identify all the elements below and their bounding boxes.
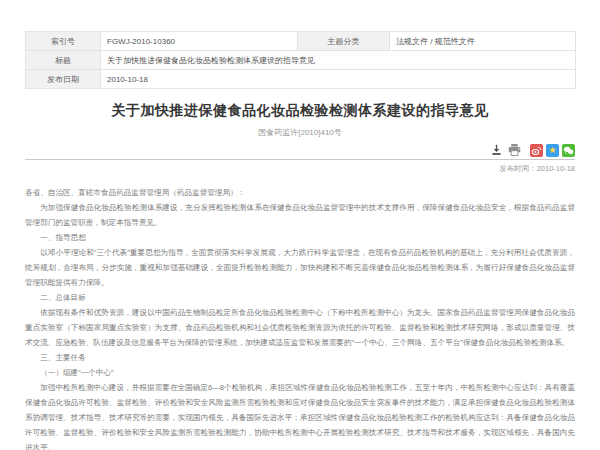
publish-time: 发布时间：2010-10-18 <box>25 164 575 174</box>
article-body: 各省、自治区、直辖市食品药品监督管理局（药品监督管理局）： 为加强保健食品化妆品… <box>25 185 575 450</box>
wechat-share-icon <box>563 142 574 160</box>
download-button[interactable] <box>489 144 503 157</box>
section-heading-2: 二、总体目标 <box>25 290 575 305</box>
weibo-share-button[interactable] <box>530 144 543 157</box>
wechat-share-button[interactable] <box>562 144 575 157</box>
table-row: 发布日期 2010-10-18 <box>26 70 576 89</box>
paragraph: 以邓小平理论和“三个代表”重要思想为指导，全面贯彻落实科学发展观，大力践行科学监… <box>25 245 575 290</box>
meta-value-date: 2010-10-18 <box>101 70 576 89</box>
meta-value-category: 法规文件 / 规范性文件 <box>390 32 576 51</box>
salutation-line: 各省、自治区、直辖市食品药品监督管理局（药品监督管理局）： <box>25 185 575 200</box>
qzone-share-button[interactable]: ★ <box>546 144 559 157</box>
meta-label-category: 主题分类 <box>298 32 390 51</box>
paragraph: 为加强保健食品化妆品检验检测体系建设，充分发挥检验检测体系在保健食品化妆品监督管… <box>25 200 575 230</box>
article-toolbar: ★ <box>25 145 575 160</box>
meta-value-title: 关于加快推进保健食品化妆品检验检测体系建设的指导意见 <box>101 51 576 70</box>
meta-label-title: 标题 <box>26 51 101 70</box>
table-row: 索引号 FGWJ-2010-10360 主题分类 法规文件 / 规范性文件 <box>26 32 576 51</box>
paragraph: 加强中检所检测中心建设，并根据需要在全国确定6—8个检验机构，承担区域性保健食品… <box>25 380 575 450</box>
section-heading-3: 三、主要任务 <box>25 350 575 365</box>
document-meta-table: 索引号 FGWJ-2010-10360 主题分类 法规文件 / 规范性文件 标题… <box>25 31 576 89</box>
section-heading-1: 一、指导思想 <box>25 230 575 245</box>
meta-label-index: 索引号 <box>26 32 101 51</box>
page-title: 关于加快推进保健食品化妆品检验检测体系建设的指导意见 <box>25 102 575 120</box>
weibo-share-icon <box>531 142 542 160</box>
document-number: 国食药监许[2010]410号 <box>25 127 575 138</box>
meta-value-index: FGWJ-2010-10360 <box>101 32 298 51</box>
qzone-share-icon: ★ <box>548 146 556 155</box>
printer-icon <box>508 142 521 160</box>
meta-label-date: 发布日期 <box>26 70 101 89</box>
table-row: 标题 关于加快推进保健食品化妆品检验检测体系建设的指导意见 <box>26 51 576 70</box>
download-icon <box>491 142 502 160</box>
subsection-heading: （一）组建“一个中心” <box>25 365 575 380</box>
paragraph: 依据现有条件和优势资源，建设以中国药品生物制品检定所食品化妆品检验检测中心（下称… <box>25 305 575 350</box>
print-button[interactable] <box>507 144 521 157</box>
document-page: 索引号 FGWJ-2010-10360 主题分类 法规文件 / 规范性文件 标题… <box>0 0 600 450</box>
